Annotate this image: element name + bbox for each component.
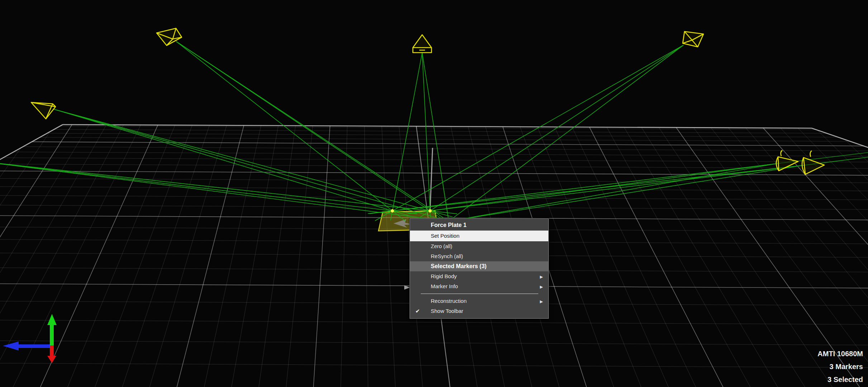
- menu-item-zero-all[interactable]: Zero (all): [410, 241, 548, 251]
- menu-item-label: Set Position: [431, 233, 459, 239]
- submenu-arrow-icon: ▶: [540, 282, 543, 292]
- menu-item-set-position[interactable]: Set Position: [410, 231, 548, 241]
- menu-item-label: Zero (all): [431, 243, 452, 249]
- submenu-arrow-icon: ▶: [540, 296, 543, 306]
- submenu-arrow-icon: ▶: [540, 272, 543, 282]
- menu-item-force-plate-1[interactable]: Force Plate 1: [410, 220, 548, 231]
- context-menu: Force Plate 1 Set Position Zero (all) Re…: [410, 218, 549, 319]
- marker-dot[interactable]: [429, 209, 432, 213]
- menu-separator: [421, 294, 538, 294]
- scene-canvas[interactable]: [0, 0, 868, 387]
- 3d-viewport[interactable]: Force Plate 1 Set Position Zero (all) Re…: [0, 0, 868, 387]
- camera-frustum[interactable]: [31, 102, 56, 119]
- device-label: AMTI 10680M: [817, 347, 863, 360]
- menu-item-label: Marker Info: [431, 283, 458, 289]
- menu-item-label: ReSynch (all): [431, 253, 463, 259]
- marker-count: 3 Markers: [817, 360, 863, 373]
- menu-item-reconstruction[interactable]: Reconstruction ▶: [410, 296, 548, 306]
- menu-item-label: Selected Markers (3): [431, 263, 487, 269]
- menu-item-selected-markers[interactable]: Selected Markers (3): [410, 261, 548, 271]
- origin-axes-gizmo: [3, 314, 57, 363]
- menu-item-label: Force Plate 1: [431, 222, 467, 228]
- x-axis-arrow-icon: [3, 342, 52, 350]
- selected-count: 3 Selected: [817, 373, 863, 386]
- menu-item-label: Rigid Body: [431, 273, 457, 279]
- status-hud: AMTI 10680M 3 Markers 3 Selected: [817, 347, 863, 386]
- menu-item-label: Reconstruction: [431, 298, 467, 304]
- menu-item-resynch-all[interactable]: ReSynch (all): [410, 251, 548, 261]
- menu-item-rigid-body[interactable]: Rigid Body ▶: [410, 271, 548, 281]
- y-axis-arrow-icon: [47, 314, 57, 346]
- camera-frustum[interactable]: [413, 35, 431, 53]
- check-icon: ✔: [415, 306, 420, 316]
- menu-item-marker-info[interactable]: Marker Info ▶: [410, 281, 548, 291]
- vertical-axis-line: [430, 148, 433, 211]
- menu-item-label: Show Toolbar: [431, 308, 463, 314]
- marker-dot[interactable]: [391, 209, 394, 213]
- camera-frustum[interactable]: [683, 32, 704, 47]
- menu-item-show-toolbar[interactable]: ✔ Show Toolbar: [410, 306, 548, 316]
